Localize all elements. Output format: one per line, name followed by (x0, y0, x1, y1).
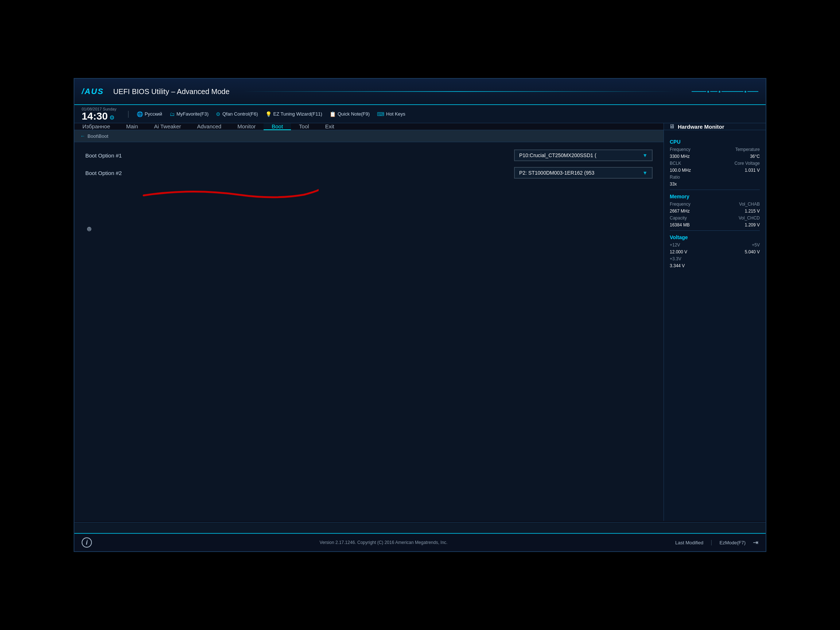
boot-option-1-select[interactable]: P10:Crucial_CT250MX200SSD1 ( ▼ (514, 150, 653, 161)
divider-cpu-memory (670, 189, 760, 190)
volt-12-value-row: 12.000 V 5.040 V (670, 249, 760, 254)
mem-volchab-value: 1.215 V (745, 208, 760, 214)
cpu-frequency-value: 3300 MHz (670, 154, 690, 159)
nav-advanced[interactable]: Advanced (189, 123, 229, 131)
circuit-decoration (692, 91, 758, 93)
mem-frequency-value-row: 2667 MHz 1.215 V (670, 208, 760, 214)
main-layout: ← Boot\Boot Boot Option #1 P10:Crucial_C… (74, 130, 766, 521)
cpu-bclk-value-row: 100.0 MHz 1.031 V (670, 168, 760, 173)
breadcrumb-back-arrow[interactable]: ← (80, 133, 85, 139)
red-arrow-annotation (136, 185, 319, 205)
time-gear-icon[interactable]: ⚙ (109, 114, 114, 121)
boot-options-section: Boot Option #1 P10:Crucial_CT250MX200SSD… (74, 142, 663, 214)
divider-1: | (127, 110, 129, 118)
hardware-monitor-panel: CPU Frequency Temperature 3300 MHz 36°C … (663, 130, 766, 521)
volt-12-value: 12.000 V (670, 249, 687, 254)
tuning-icon: 💡 (265, 111, 272, 117)
nav-boot[interactable]: Boot (264, 123, 291, 131)
cpu-ratio-row: Ratio (670, 175, 760, 180)
info-icon[interactable]: i (82, 537, 92, 548)
cpu-frequency-row: Frequency Temperature (670, 147, 760, 152)
memory-section-title: Memory (670, 194, 760, 199)
mem-volchcd-label: Vol_CHCD (739, 215, 760, 221)
volt-33-value-row: 3.344 V (670, 263, 760, 268)
hw-monitor-nav-title: Hardware Monitor (678, 123, 725, 130)
header-title: UEFI BIOS Utility – Advanced Mode (114, 87, 230, 96)
nav-tool[interactable]: Tool (291, 123, 317, 131)
qfan-button[interactable]: ⚙ Qfan Control(F6) (216, 111, 258, 117)
mem-capacity-row: Capacity Vol_CHCD (670, 215, 760, 221)
quicknote-button[interactable]: 📋 Quick Note(F9) (330, 111, 370, 117)
eztuning-button[interactable]: 💡 EZ Tuning Wizard(F11) (265, 111, 322, 117)
mem-volchcd-value: 1.209 V (745, 223, 760, 227)
mem-frequency-row: Frequency Vol_CHAB (670, 202, 760, 207)
header-decoration (243, 91, 675, 92)
nav-aitweaker[interactable]: Ai Tweaker (146, 123, 189, 131)
cursor-icon: ☻ (85, 224, 93, 233)
cpu-bclk-value: 100.0 MHz (670, 168, 691, 173)
time-display: 14:30 (82, 111, 108, 122)
navbar: Избранное Main Ai Tweaker Advanced Monit… (74, 123, 663, 130)
volt-33-row: +3.3V (670, 256, 760, 261)
footer-status-bar (74, 522, 766, 533)
volt-5-label: +5V (752, 242, 760, 248)
globe-icon: 🌐 (137, 111, 143, 117)
statusbar: 01/08/2017 Sunday 14:30 ⚙ | 🌐 Русский 🗂 … (74, 105, 766, 123)
myfavorite-button[interactable]: 🗂 MyFavorite(F3) (169, 111, 208, 117)
nav-monitor[interactable]: Monitor (229, 123, 264, 131)
ezmode-button[interactable]: EzMode(F7) (719, 540, 745, 545)
cpu-corevoltage-value: 1.031 V (745, 168, 760, 173)
boot-option-1-value: P10:Crucial_CT250MX200SSD1 ( (519, 152, 597, 158)
annotation-container (85, 185, 653, 206)
boot-option-2-select[interactable]: P2: ST1000DM003-1ER162 (953 ▼ (514, 167, 653, 178)
dropdown-arrow-1: ▼ (643, 152, 647, 158)
note-icon: 📋 (330, 111, 336, 117)
nav-exit[interactable]: Exit (317, 123, 343, 131)
footer-version: Version 2.17.1246. Copyright (C) 2016 Am… (92, 540, 675, 545)
divider-memory-voltage (670, 231, 760, 231)
keyboard-icon: ⌨ (377, 111, 384, 117)
mem-capacity-label: Capacity (670, 215, 687, 221)
exit-icon[interactable]: ⇥ (753, 538, 758, 546)
footer: i Version 2.17.1246. Copyright (C) 2016 … (74, 533, 766, 551)
boot-option-2-row: Boot Option #2 P2: ST1000DM003-1ER162 (9… (85, 167, 653, 178)
cpu-frequency-label: Frequency (670, 147, 690, 152)
dropdown-arrow-2: ▼ (643, 170, 647, 176)
hotkeys-button[interactable]: ⌨ Hot Keys (377, 111, 406, 117)
mem-frequency-label: Frequency (670, 202, 690, 207)
language-selector[interactable]: 🌐 Русский (137, 111, 162, 117)
nav-izbrannoe[interactable]: Избранное (74, 123, 118, 131)
volt-33-label: +3.3V (670, 256, 681, 261)
cpu-bclk-row: BCLK Core Voltage (670, 161, 760, 166)
mem-volchab-label: Vol_CHAB (739, 202, 760, 207)
cpu-ratio-value: 33x (670, 182, 677, 187)
breadcrumb: ← Boot\Boot (74, 130, 663, 142)
asus-logo: /AUS (82, 87, 104, 96)
boot-option-2-label: Boot Option #2 (85, 170, 122, 176)
volt-12-row: +12V +5V (670, 242, 760, 248)
cpu-frequency-value-row: 3300 MHz 36°C (670, 154, 760, 159)
volt-33-value: 3.344 V (670, 263, 685, 268)
footer-right: Last Modified | EzMode(F7) ⇥ (675, 538, 758, 546)
breadcrumb-text: Boot\Boot (87, 133, 108, 139)
boot-option-1-row: Boot Option #1 P10:Crucial_CT250MX200SSD… (85, 150, 653, 161)
mem-frequency-value: 2667 MHz (670, 208, 690, 214)
footer-left: i (82, 537, 92, 548)
volt-5-value: 5.040 V (745, 249, 760, 254)
main-content: ← Boot\Boot Boot Option #1 P10:Crucial_C… (74, 130, 663, 521)
favorite-icon: 🗂 (169, 111, 175, 117)
empty-area: ☻ (74, 214, 663, 244)
boot-option-2-value: P2: ST1000DM003-1ER162 (953 (519, 170, 594, 176)
cpu-temperature-value: 36°C (750, 154, 760, 159)
last-modified-button[interactable]: Last Modified (675, 540, 703, 545)
nav-main[interactable]: Main (118, 123, 146, 131)
volt-12-label: +12V (670, 242, 680, 248)
cpu-section-title: CPU (670, 139, 760, 145)
cpu-ratio-value-row: 33x (670, 182, 760, 187)
monitor-icon: 🖥 (669, 123, 675, 130)
cpu-bclk-label: BCLK (670, 161, 681, 166)
voltage-section-title: Voltage (670, 234, 760, 240)
navbar-row: Избранное Main Ai Tweaker Advanced Monit… (74, 123, 766, 130)
mem-capacity-value: 16384 MB (670, 223, 690, 227)
header-bar: /AUS UEFI BIOS Utility – Advanced Mode (74, 79, 766, 105)
